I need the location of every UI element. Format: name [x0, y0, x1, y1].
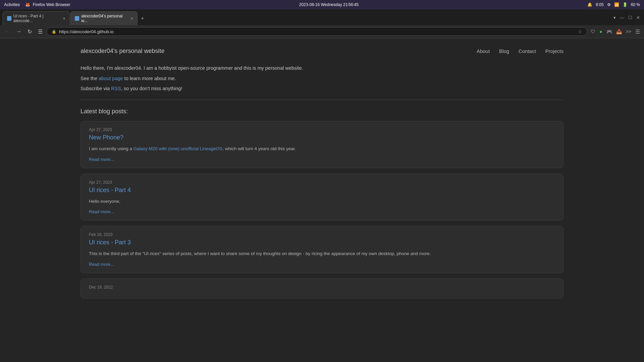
- battery-icon: 🔋: [623, 2, 628, 7]
- wifi-icon[interactable]: 📶: [614, 2, 619, 7]
- nav-blog[interactable]: Blog: [499, 48, 509, 54]
- firefox-icon: 🦊: [25, 2, 30, 7]
- site-main: Hello there, I'm alexcoder04. I am a hob…: [0, 64, 644, 319]
- url-bar[interactable]: 🔒 https://alexcoder04.github.io ☆: [47, 27, 587, 36]
- tab-list-button[interactable]: ▾: [612, 14, 617, 21]
- post-1-read-more[interactable]: Read more...: [89, 157, 114, 162]
- nav-extras: 🛡 ● 🎮 📥 >> ☰: [589, 28, 641, 36]
- tab-1-close[interactable]: ✕: [63, 17, 65, 20]
- maximize-button[interactable]: ☐: [627, 14, 634, 21]
- intro-line2-suffix: to learn more about me.: [123, 76, 176, 81]
- reload-button[interactable]: ↻: [25, 28, 34, 36]
- intro-line-3: Subscribe via RSS, so you don't miss any…: [80, 84, 564, 93]
- close-window-button[interactable]: ✕: [635, 14, 641, 21]
- tab-2[interactable]: alexcoder04's personal w... ✕: [70, 11, 138, 25]
- os-datetime: 2023-08-16 Wednesday 21∶56∶45: [299, 2, 359, 7]
- post-2-excerpt: Hello everyone,: [89, 198, 555, 205]
- intro-line3-prefix: Subscribe via: [80, 86, 111, 91]
- post-1-title[interactable]: New Phone?: [89, 134, 555, 141]
- post-2-date: Apr 27, 2023: [89, 180, 555, 185]
- reader-view-button[interactable]: ☰: [36, 28, 45, 36]
- post-4-date: Dec 19, 2022: [89, 285, 555, 290]
- tab-1-favicon: [7, 16, 11, 21]
- extension-game-button[interactable]: 🎮: [605, 28, 613, 35]
- site-header: alexcoder04's personal website About Blo…: [0, 38, 644, 64]
- browser-chrome: UI rices - Part 4 | alexcode... ✕ alexco…: [0, 9, 644, 38]
- blog-post-2: Apr 27, 2023 UI rices - Part 4 Hello eve…: [80, 174, 564, 221]
- menu-button[interactable]: ☰: [634, 28, 641, 36]
- nav-projects[interactable]: Projects: [545, 48, 564, 54]
- post-3-excerpt: This is the third part of the "UI rices"…: [89, 250, 555, 257]
- post-2-excerpt-text: Hello everyone,: [89, 199, 120, 204]
- post-3-title[interactable]: UI rices - Part 3: [89, 239, 555, 246]
- time-display: 8:05: [596, 2, 603, 7]
- website-content: alexcoder04's personal website About Blo…: [0, 38, 644, 362]
- back-button[interactable]: ←: [3, 28, 12, 35]
- site-nav: About Blog Contact Projects: [477, 48, 564, 54]
- latest-posts-title: Latest blog posts:: [80, 108, 564, 115]
- rss-link[interactable]: RSS: [111, 86, 121, 91]
- about-page-link[interactable]: about page: [99, 76, 123, 81]
- extension-green-button[interactable]: ●: [598, 28, 603, 35]
- post-2-read-more[interactable]: Read more...: [89, 209, 114, 214]
- intro-line3-suffix: , so you don't miss anything!: [121, 86, 182, 91]
- settings-icon[interactable]: ⚙: [607, 2, 611, 7]
- notification-icon[interactable]: 🔔: [587, 2, 592, 7]
- nav-contact[interactable]: Contact: [519, 48, 536, 54]
- post-1-excerpt-prefix: I am currently using a: [89, 146, 133, 151]
- new-tab-button[interactable]: +: [138, 14, 147, 23]
- os-top-bar: Activities 🦊 Firefox Web Browser 2023-08…: [0, 0, 644, 9]
- nav-bar: ← → ↻ ☰ 🔒 https://alexcoder04.github.io …: [0, 25, 644, 38]
- tab-2-close[interactable]: ✕: [130, 17, 133, 20]
- section-divider: [80, 100, 564, 100]
- lock-icon: 🔒: [52, 29, 56, 34]
- browser-app-label: 🦊 Firefox Web Browser: [25, 2, 70, 7]
- post-1-excerpt-suffix: , which will turn 4 years old this year.: [222, 146, 296, 151]
- extensions-button[interactable]: >>: [625, 28, 633, 35]
- blog-post-3: Feb 16, 2023 UI rices - Part 3 This is t…: [80, 226, 564, 273]
- bookmark-icon[interactable]: ☆: [578, 29, 582, 34]
- extension-ublock-button[interactable]: 🛡: [589, 28, 597, 35]
- tab-2-favicon: [75, 16, 79, 21]
- forward-button[interactable]: →: [14, 28, 23, 35]
- post-1-date: Apr 27, 2023: [89, 127, 555, 132]
- os-bar-right: 🔔 8:05 ⚙ 📶 🔋 60 %: [587, 2, 640, 7]
- site-title: alexcoder04's personal website: [80, 48, 165, 55]
- activities-label[interactable]: Activities: [4, 2, 20, 7]
- post-3-excerpt-text: This is the third part of the "UI rices"…: [89, 251, 431, 256]
- post-3-read-more[interactable]: Read more...: [89, 262, 114, 267]
- post-1-excerpt: I am currently using a Galaxy M20 with (…: [89, 145, 555, 153]
- os-bar-left: Activities 🦊 Firefox Web Browser: [4, 2, 70, 7]
- minimize-button[interactable]: —: [619, 14, 626, 21]
- intro-line-2: See the about page to learn more about m…: [80, 74, 564, 83]
- intro-line-1: Hello there, I'm alexcoder04. I am a hob…: [80, 64, 564, 72]
- save-page-button[interactable]: 📥: [615, 28, 623, 35]
- post-2-title[interactable]: UI rices - Part 4: [89, 187, 555, 194]
- post-1-excerpt-link[interactable]: Galaxy M20 with (now) unofficial Lineage…: [133, 146, 222, 151]
- tab-2-label: alexcoder04's personal w...: [81, 14, 127, 23]
- blog-post-4-partial: Dec 19, 2022: [80, 279, 564, 299]
- battery-label: 60 %: [631, 2, 640, 7]
- url-text: https://alexcoder04.github.io: [59, 29, 114, 34]
- intro-line2-prefix: See the: [80, 76, 99, 81]
- post-3-date: Feb 16, 2023: [89, 232, 555, 237]
- tab-1[interactable]: UI rices - Part 4 | alexcode... ✕: [3, 11, 70, 25]
- blog-post-1: Apr 27, 2023 New Phone? I am currently u…: [80, 121, 564, 168]
- nav-about[interactable]: About: [477, 48, 490, 54]
- tab-1-label: UI rices - Part 4 | alexcode...: [13, 14, 59, 23]
- tab-bar: UI rices - Part 4 | alexcode... ✕ alexco…: [0, 9, 644, 25]
